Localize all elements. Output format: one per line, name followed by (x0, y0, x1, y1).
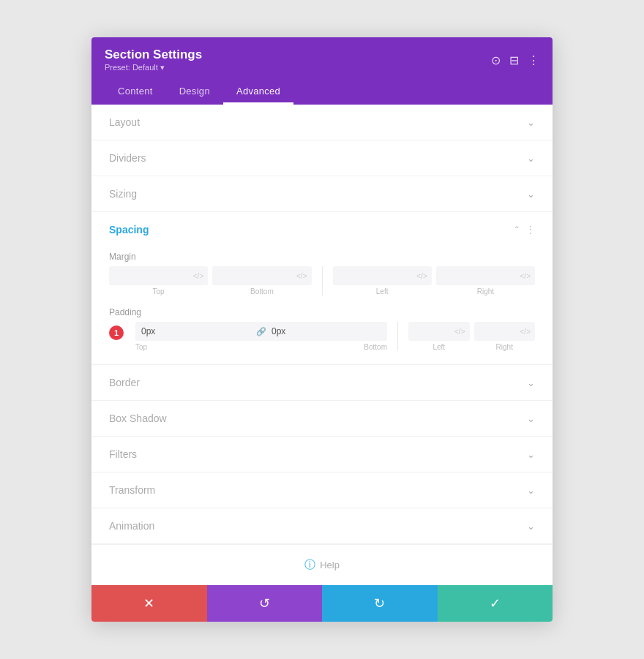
panel-title: Section Settings (105, 48, 202, 62)
animation-label: Animation (109, 520, 154, 532)
dividers-chevron: ⌄ (527, 153, 535, 164)
border-header[interactable]: Border ⌄ (109, 365, 535, 400)
padding-divider (397, 322, 398, 351)
box-shadow-section: Box Shadow ⌄ (91, 401, 553, 437)
more-icon[interactable]: ⋮ (528, 53, 539, 67)
padding-top-sublabel: Top (135, 343, 147, 351)
tab-design[interactable]: Design (166, 80, 223, 105)
sizing-chevron: ⌄ (527, 189, 535, 200)
padding-left-col: </> Left (408, 322, 470, 351)
help-icon[interactable]: ⓘ (304, 558, 315, 572)
margin-right-col: </> Right (436, 266, 535, 295)
margin-top-sublabel: Top (153, 287, 165, 295)
padding-linked-wrap: 🔗 (135, 322, 387, 341)
tab-advanced[interactable]: Advanced (223, 80, 293, 105)
box-shadow-header[interactable]: Box Shadow ⌄ (109, 401, 535, 436)
margin-fields: </> Top </> Bottom (109, 266, 535, 295)
filters-label: Filters (109, 448, 137, 460)
margin-top-bottom: </> Top </> Bottom (109, 266, 312, 295)
animation-chevron: ⌄ (527, 521, 535, 532)
tab-content[interactable]: Content (105, 80, 166, 105)
animation-section: Animation ⌄ (91, 508, 553, 544)
padding-left-sublabel: Left (433, 343, 445, 351)
margin-left-code-icon: </> (416, 272, 427, 280)
filters-header[interactable]: Filters ⌄ (109, 437, 535, 472)
padding-top-bottom: 🔗 Top Bottom (135, 322, 387, 351)
bottom-bar: ✕ ↺ ↻ ✓ (91, 585, 553, 622)
focus-icon[interactable]: ⊙ (491, 53, 501, 67)
panel-subtitle[interactable]: Preset: Default ▾ (105, 63, 202, 72)
padding-link-icon[interactable]: 🔗 (254, 327, 269, 336)
margin-bottom-code-icon: </> (296, 272, 307, 280)
border-chevron: ⌄ (527, 377, 535, 388)
help-row: ⓘ Help (91, 544, 553, 585)
padding-top-input[interactable] (135, 322, 254, 341)
padding-left-right: </> Left </> Right (408, 322, 535, 351)
sizing-header[interactable]: Sizing ⌄ (109, 176, 535, 211)
redo-button[interactable]: ↻ (322, 585, 438, 622)
transform-header[interactable]: Transform ⌄ (109, 472, 535, 508)
indicator-badge: 1 (109, 325, 124, 340)
box-shadow-chevron: ⌄ (527, 413, 535, 424)
dividers-header[interactable]: Dividers ⌄ (109, 140, 535, 176)
filters-section: Filters ⌄ (91, 437, 553, 472)
margin-left-right: </> Left </> Right (333, 266, 536, 295)
animation-header[interactable]: Animation ⌄ (109, 508, 535, 543)
margin-label: Margin (109, 252, 535, 262)
panel-title-area: Section Settings Preset: Default ▾ (105, 48, 202, 72)
layout-header[interactable]: Layout ⌄ (109, 105, 535, 140)
box-shadow-label: Box Shadow (109, 413, 167, 424)
panel-header: Section Settings Preset: Default ▾ ⊙ ⊟ ⋮… (91, 37, 553, 105)
spacing-title: Spacing (109, 224, 149, 236)
padding-top-col: 🔗 Top Bottom (135, 322, 387, 351)
spacing-section: Spacing ⌃ ⋮ Margin </> Top (91, 212, 553, 365)
sizing-section: Sizing ⌄ (91, 176, 553, 212)
margin-top-code-icon: </> (193, 272, 203, 280)
dividers-section: Dividers ⌄ (91, 140, 553, 176)
panel-content: Layout ⌄ Dividers ⌄ Sizing ⌄ Spacing ⌃ (91, 105, 553, 585)
padding-bottom-sublabel: Bottom (364, 343, 387, 351)
transform-section: Transform ⌄ (91, 472, 553, 508)
header-icons-group: ⊙ ⊟ ⋮ (491, 53, 539, 67)
padding-right-sublabel: Right (496, 343, 513, 351)
padding-right-col: </> Right (474, 322, 536, 351)
margin-divider (322, 266, 323, 295)
transform-label: Transform (109, 484, 155, 496)
tab-bar: Content Design Advanced (105, 80, 539, 105)
padding-bottom-input[interactable] (269, 322, 387, 341)
help-text[interactable]: Help (320, 560, 340, 570)
sizing-label: Sizing (109, 188, 137, 200)
cancel-button[interactable]: ✕ (91, 585, 207, 622)
padding-label: Padding (109, 307, 535, 317)
border-label: Border (109, 377, 140, 388)
margin-left-col: </> Left (333, 266, 432, 295)
margin-right-code-icon: </> (520, 272, 531, 280)
reset-button[interactable]: ↺ (207, 585, 323, 622)
spacing-chevron-up[interactable]: ⌃ (513, 225, 520, 235)
filters-chevron: ⌄ (527, 449, 535, 460)
dividers-label: Dividers (109, 152, 146, 164)
margin-left-sublabel: Left (376, 287, 389, 295)
padding-left-code-icon: </> (454, 328, 465, 336)
spacing-header: Spacing ⌃ ⋮ (109, 212, 535, 244)
transform-chevron: ⌄ (527, 485, 535, 496)
margin-bottom-sublabel: Bottom (250, 287, 274, 295)
layout-chevron: ⌄ (527, 117, 535, 128)
spacing-controls: ⌃ ⋮ (513, 225, 535, 235)
spacing-more-icon[interactable]: ⋮ (526, 225, 535, 235)
layout-section: Layout ⌄ (91, 105, 553, 140)
margin-right-sublabel: Right (477, 287, 494, 295)
padding-fields: 1 🔗 Top Bottom (109, 322, 535, 351)
section-settings-panel: Section Settings Preset: Default ▾ ⊙ ⊟ ⋮… (91, 37, 553, 622)
save-button[interactable]: ✓ (438, 585, 553, 622)
margin-top-col: </> Top (109, 266, 208, 295)
layout-label: Layout (109, 116, 140, 128)
padding-right-code-icon: </> (520, 328, 531, 336)
border-section: Border ⌄ (91, 365, 553, 401)
margin-bottom-col: </> Bottom (212, 266, 311, 295)
layout-icon[interactable]: ⊟ (509, 53, 519, 67)
